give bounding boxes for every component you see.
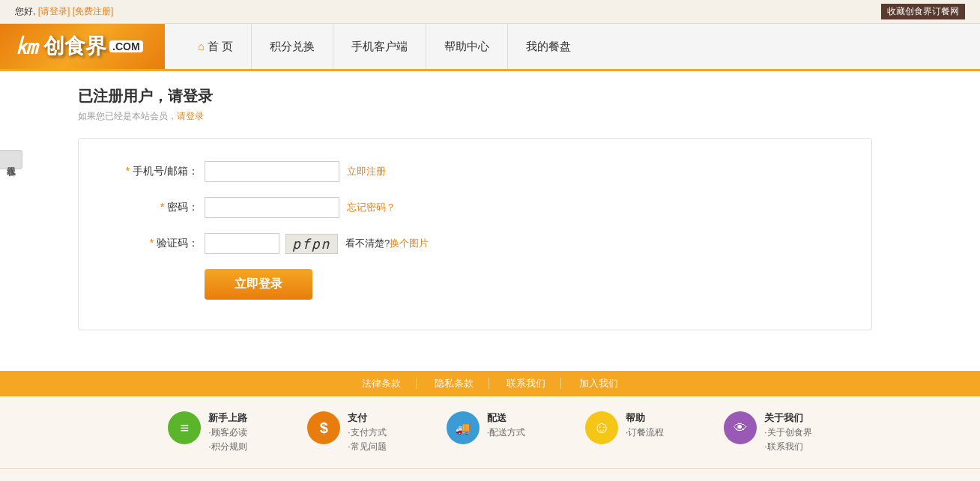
payment-sub1: ·支付方式 bbox=[348, 426, 386, 439]
footer-link-join[interactable]: 加入我们 bbox=[564, 378, 633, 389]
nav-mobile[interactable]: 手机客户端 bbox=[333, 24, 426, 69]
login-form-container: * 手机号/邮箱： 立即注册 * 密码： 忘记密码？ * 验证码： bbox=[78, 138, 872, 330]
footer-item-help: ☺ 帮助 ·订餐流程 bbox=[585, 411, 664, 453]
page-title: 已注册用户，请登录 bbox=[78, 86, 902, 106]
delivery-sub1: ·配送方式 bbox=[487, 426, 525, 439]
footer-item-delivery: 🚚 配送 ·配送方式 bbox=[447, 411, 525, 453]
captcha-row: * 验证码： pfpn 看不清楚?换个图片 bbox=[109, 233, 841, 254]
nav-home-label: 首 页 bbox=[208, 24, 233, 69]
password-row: * 密码： 忘记密码？ bbox=[109, 197, 841, 218]
main-nav: ⌂ 首 页 积分兑换 手机客户端 帮助中心 我的餐盘 bbox=[165, 24, 980, 69]
forgot-password-link[interactable]: 忘记密码？ bbox=[347, 201, 396, 214]
page-subtitle: 如果您已经是本站会员，请登录 bbox=[78, 110, 902, 123]
payment-icon: $ bbox=[307, 411, 340, 444]
about-icon: 👁 bbox=[724, 411, 757, 444]
logo-com: .COM bbox=[109, 40, 143, 52]
footer-link-contact[interactable]: 联系我们 bbox=[491, 378, 561, 389]
captcha-input[interactable] bbox=[205, 233, 279, 254]
greeting-text: 您好, bbox=[15, 6, 35, 16]
captcha-image[interactable]: pfpn bbox=[285, 234, 338, 254]
footer-link-privacy[interactable]: 隐私条款 bbox=[420, 378, 489, 389]
phone-input[interactable] bbox=[205, 161, 339, 182]
sidebar-customer-service[interactable]: 在线客服 bbox=[0, 150, 22, 169]
logo-area: ㎞ 创食界 .COM bbox=[0, 24, 165, 69]
nav-points[interactable]: 积分兑换 bbox=[252, 24, 333, 69]
login-submit-button[interactable]: 立即登录 bbox=[205, 269, 312, 300]
subtitle-login-link[interactable]: 请登录 bbox=[177, 111, 204, 121]
captcha-change-link[interactable]: 换个图片 bbox=[390, 238, 429, 249]
logo-name: 创食界 bbox=[43, 32, 106, 61]
footer-item-payment: $ 支付 ·支付方式 ·常见问题 bbox=[307, 411, 386, 453]
nav-help[interactable]: 帮助中心 bbox=[426, 24, 508, 69]
phone-label: * 手机号/邮箱： bbox=[109, 165, 199, 178]
home-icon: ⌂ bbox=[198, 24, 205, 69]
about-sub2: ·联系我们 bbox=[764, 441, 811, 453]
delivery-title: 配送 bbox=[487, 411, 525, 425]
delivery-icon: 🚚 bbox=[447, 411, 480, 444]
nav-myplate-label: 我的餐盘 bbox=[526, 24, 571, 69]
login-link[interactable]: [请登录] bbox=[38, 6, 70, 16]
newbie-icon: ≡ bbox=[168, 411, 201, 444]
nav-points-label: 积分兑换 bbox=[270, 24, 315, 69]
help-sub1: ·订餐流程 bbox=[626, 426, 664, 439]
payment-title: 支付 bbox=[348, 411, 386, 425]
payment-sub2: ·常见问题 bbox=[348, 441, 386, 453]
newbie-title: 新手上路 bbox=[208, 411, 247, 425]
footer-link-legal[interactable]: 法律条款 bbox=[347, 378, 417, 389]
newbie-sub2: ·积分规则 bbox=[208, 441, 247, 453]
nav-help-label: 帮助中心 bbox=[444, 24, 489, 69]
captcha-label: * 验证码： bbox=[109, 237, 199, 250]
help-title: 帮助 bbox=[626, 411, 664, 425]
footer-item-about: 👁 关于我们 ·关于创食界 ·联系我们 bbox=[724, 411, 811, 453]
phone-row: * 手机号/邮箱： 立即注册 bbox=[109, 161, 841, 182]
footer-links-bar: 法律条款 隐私条款 联系我们 加入我们 bbox=[0, 371, 980, 396]
about-sub1: ·关于创食界 bbox=[764, 426, 811, 439]
footer-bottom: ✓ 易宝支付 YEEPAY.COM 财 10 通 版权所有 创食界网络 联系电话… bbox=[0, 468, 980, 481]
nav-myplate[interactable]: 我的餐盘 bbox=[508, 24, 589, 69]
password-label: * 密码： bbox=[109, 201, 199, 214]
register-now-link[interactable]: 立即注册 bbox=[347, 165, 386, 178]
collect-button[interactable]: 收藏创食界订餐网 bbox=[881, 4, 965, 19]
logo-icon: ㎞ bbox=[15, 30, 39, 63]
nav-mobile-label: 手机客户端 bbox=[351, 24, 408, 69]
newbie-sub1: ·顾客必读 bbox=[208, 426, 247, 439]
help-icon: ☺ bbox=[585, 411, 618, 444]
footer-icons-section: ≡ 新手上路 ·顾客必读 ·积分规则 $ 支付 ·支付方式 ·常见问题 🚚 配送… bbox=[0, 396, 980, 468]
captcha-refresh-link: 看不清楚?换个图片 bbox=[345, 237, 429, 250]
footer-item-newbie: ≡ 新手上路 ·顾客必读 ·积分规则 bbox=[168, 411, 247, 453]
register-link[interactable]: [免费注册] bbox=[73, 6, 114, 16]
nav-home[interactable]: ⌂ 首 页 bbox=[180, 24, 252, 69]
about-title: 关于我们 bbox=[764, 411, 811, 425]
password-input[interactable] bbox=[205, 197, 339, 218]
